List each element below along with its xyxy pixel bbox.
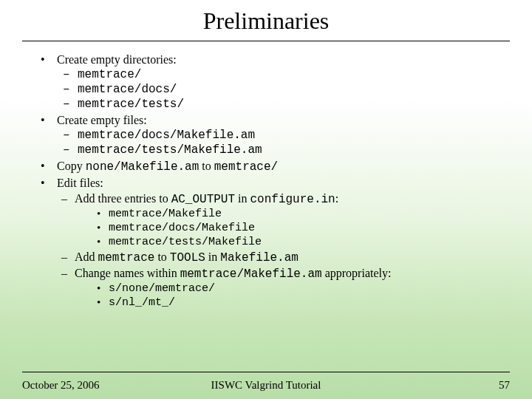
- footer-divider: [22, 372, 510, 372]
- list-item: – Add three entries to AC_OUTPUT in conf…: [61, 192, 491, 206]
- code-text: memtrace/tests/: [78, 98, 184, 111]
- bullet-text: Edit files:: [57, 177, 103, 190]
- dash-mark: –: [61, 250, 75, 265]
- edit-files-sublist: – Add three entries to AC_OUTPUT in conf…: [41, 192, 491, 309]
- dash-mark: –: [63, 68, 78, 81]
- text-fragment: Change names within: [75, 267, 180, 279]
- bullet-text: Create empty directories:: [57, 53, 177, 66]
- dash-mark: –: [63, 129, 78, 142]
- sub-list-files: –memtrace/docs/Makefile.am –memtrace/tes…: [41, 129, 491, 157]
- dash-mark: –: [61, 192, 75, 206]
- list-item: •memtrace/docs/Makefile: [97, 222, 491, 234]
- footer-page: 57: [499, 379, 510, 392]
- code-text: TOOLS: [170, 251, 205, 265]
- footer-date: October 25, 2006: [22, 379, 100, 392]
- code-text: AC_OUTPUT: [171, 193, 235, 206]
- slide-footer: October 25, 2006 IISWC Valgrind Tutorial…: [22, 379, 510, 392]
- dash-mark: –: [61, 267, 75, 281]
- code-text: s/nl_/mt_/: [109, 296, 175, 309]
- rename-list: •s/none/memtrace/ •s/nl_/mt_/: [61, 282, 491, 309]
- bullet-mark: •: [41, 53, 57, 66]
- bullet-mark: •: [97, 236, 109, 248]
- bullet-text: Copy none/Makefile.am to memtrace/: [57, 160, 278, 174]
- code-text: memtrace: [98, 251, 155, 265]
- list-item: •memtrace/Makefile: [97, 208, 491, 220]
- text-fragment: Copy: [57, 160, 86, 172]
- text-fragment: to: [199, 160, 214, 172]
- bullet-edit-files: • Edit files:: [41, 177, 491, 190]
- code-text: memtrace/docs/: [78, 83, 177, 96]
- list-item: – Add memtrace to TOOLS in Makefile.am: [61, 250, 491, 265]
- list-item: •memtrace/tests/Makefile: [97, 236, 491, 248]
- bullet-text: Create empty files:: [57, 114, 147, 127]
- text-fragment: :: [335, 192, 338, 205]
- bullet-mark: •: [41, 114, 57, 127]
- bullet-text: Change names within memtrace/Makefile.am…: [75, 267, 391, 281]
- list-item: –memtrace/docs/: [63, 83, 491, 96]
- slide-title: Preliminaries: [0, 0, 532, 41]
- code-text: memtrace/tests/Makefile.am: [78, 143, 262, 157]
- bullet-mark: •: [97, 296, 109, 309]
- text-fragment: Add three entries to: [75, 192, 171, 205]
- list-item: – Change names within memtrace/Makefile.…: [61, 267, 491, 281]
- dash-mark: –: [63, 98, 78, 111]
- code-text: memtrace/tests/Makefile: [109, 236, 262, 248]
- list-item: –memtrace/tests/: [63, 98, 491, 111]
- bullet-mark: •: [41, 160, 57, 174]
- code-text: configure.in: [250, 193, 335, 206]
- code-text: none/Makefile.am: [86, 160, 200, 174]
- dash-mark: –: [63, 143, 78, 157]
- code-text: memtrace/: [78, 68, 141, 81]
- bullet-text: Add memtrace to TOOLS in Makefile.am: [75, 250, 299, 265]
- text-fragment: appropriately:: [322, 267, 392, 279]
- bullet-create-files: • Create empty files:: [41, 114, 491, 127]
- bullet-text: Add three entries to AC_OUTPUT in config…: [75, 192, 338, 206]
- ac-output-list: •memtrace/Makefile •memtrace/docs/Makefi…: [61, 208, 491, 248]
- code-text: memtrace/docs/Makefile: [109, 222, 255, 234]
- code-text: s/none/memtrace/: [109, 282, 215, 295]
- bullet-mark: •: [97, 282, 109, 295]
- code-text: memtrace/: [214, 160, 278, 174]
- sub-list-dirs: –memtrace/ –memtrace/docs/ –memtrace/tes…: [41, 68, 491, 111]
- text-fragment: in: [205, 250, 220, 263]
- bullet-mark: •: [41, 177, 57, 190]
- code-text: Makefile.am: [220, 251, 299, 265]
- code-text: memtrace/docs/Makefile.am: [78, 129, 255, 142]
- text-fragment: in: [235, 192, 250, 205]
- code-text: memtrace/Makefile.am: [180, 267, 322, 281]
- list-item: •s/none/memtrace/: [97, 282, 491, 295]
- dash-mark: –: [63, 83, 78, 96]
- list-item: •s/nl_/mt_/: [97, 296, 491, 309]
- list-item: –memtrace/: [63, 68, 491, 81]
- bullet-copy: • Copy none/Makefile.am to memtrace/: [41, 160, 491, 174]
- list-item: –memtrace/tests/Makefile.am: [63, 143, 491, 157]
- bullet-create-dirs: • Create empty directories:: [41, 53, 491, 66]
- slide-content: • Create empty directories: –memtrace/ –…: [0, 41, 532, 309]
- text-fragment: Add: [75, 250, 98, 263]
- bullet-mark: •: [97, 208, 109, 220]
- text-fragment: to: [154, 250, 169, 263]
- code-text: memtrace/Makefile: [109, 208, 222, 220]
- list-item: –memtrace/docs/Makefile.am: [63, 129, 491, 142]
- bullet-mark: •: [97, 222, 109, 234]
